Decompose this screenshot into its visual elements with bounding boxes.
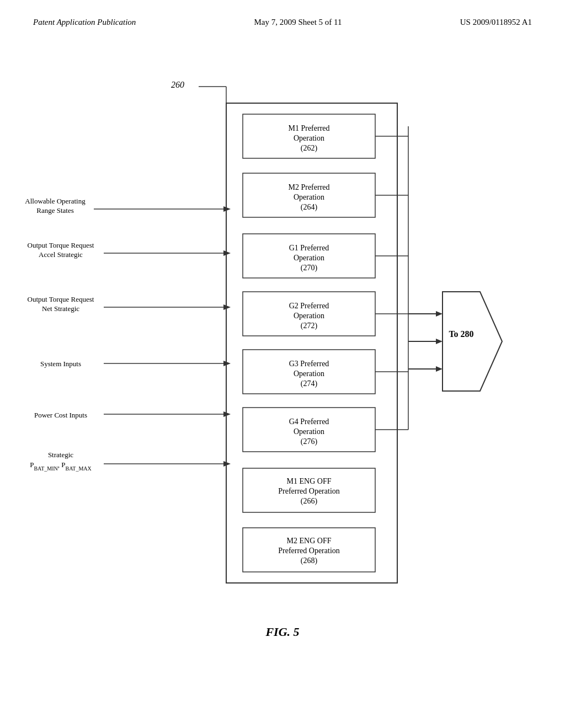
- input-1-line2: Range States: [36, 206, 74, 215]
- header-date-sheet: May 7, 2009 Sheet 5 of 11: [254, 18, 342, 27]
- box-270-line1: G1 Preferred: [289, 244, 329, 252]
- header-patent-number: US 2009/0118952 A1: [460, 18, 532, 27]
- svg-marker-30: [436, 366, 443, 372]
- ref-260: 260: [171, 80, 184, 89]
- box-272-line3: (272): [301, 322, 318, 330]
- box-264-line2: Operation: [294, 193, 324, 201]
- input-3-line2: Net Strategic: [42, 304, 79, 313]
- box-262-line3: (262): [301, 144, 318, 153]
- input-6-line1: Strategic: [48, 451, 73, 459]
- box-270-line2: Operation: [294, 254, 324, 262]
- page-header: Patent Application Publication May 7, 20…: [0, 0, 565, 38]
- header-publication: Patent Application Publication: [33, 18, 136, 27]
- input-2-line2: Accel Strategic: [39, 250, 83, 259]
- svg-marker-38: [223, 304, 231, 310]
- svg-marker-28: [436, 339, 443, 344]
- box-262-line2: Operation: [294, 134, 324, 142]
- diagram-area: 260 M1 Preferred Operation (262) M2 Pref…: [0, 38, 565, 672]
- svg-rect-2: [226, 103, 397, 583]
- box-268-line1: M2 ENG OFF: [287, 537, 332, 545]
- svg-marker-40: [223, 361, 231, 366]
- input-2-line1: Output Torque Request: [28, 241, 94, 249]
- box-266-line3: (266): [301, 497, 318, 506]
- box-274-line1: G3 Preferred: [289, 360, 329, 368]
- to-280-label: To 280: [449, 329, 473, 339]
- input-1-line1: Allowable Operating: [25, 197, 86, 205]
- box-274-line2: Operation: [294, 370, 324, 378]
- svg-marker-31: [443, 292, 502, 391]
- box-268-line3: (268): [301, 556, 318, 565]
- box-276-line2: Operation: [294, 427, 324, 436]
- box-270-line3: (270): [301, 264, 318, 272]
- svg-marker-36: [223, 250, 231, 256]
- box-268-line2: Preferred Operation: [278, 547, 340, 555]
- figure-label: FIG. 5: [265, 625, 299, 639]
- input-5: Power Cost Inputs: [34, 411, 87, 419]
- svg-marker-34: [223, 206, 231, 212]
- box-264-line3: (264): [301, 203, 318, 212]
- input-3-line1: Output Torque Request: [28, 295, 94, 303]
- svg-marker-26: [436, 311, 443, 317]
- box-276-line1: G4 Preferred: [289, 417, 329, 426]
- box-272-line1: G2 Preferred: [289, 302, 329, 310]
- svg-marker-44: [223, 461, 231, 467]
- svg-marker-42: [223, 411, 231, 417]
- diagram-svg: 260 M1 Preferred Operation (262) M2 Pref…: [22, 71, 541, 634]
- input-6-line2: PBAT_MIN, PBAT_MAX: [30, 461, 92, 472]
- box-264-line1: M2 Preferred: [288, 183, 329, 191]
- box-266-line2: Preferred Operation: [278, 487, 340, 495]
- input-4: System Inputs: [40, 360, 81, 368]
- box-272-line2: Operation: [294, 312, 324, 320]
- box-266-line1: M1 ENG OFF: [287, 477, 332, 485]
- box-262-line1: M1 Preferred: [288, 124, 329, 132]
- box-274-line3: (274): [301, 379, 318, 388]
- box-276-line3: (276): [301, 437, 318, 446]
